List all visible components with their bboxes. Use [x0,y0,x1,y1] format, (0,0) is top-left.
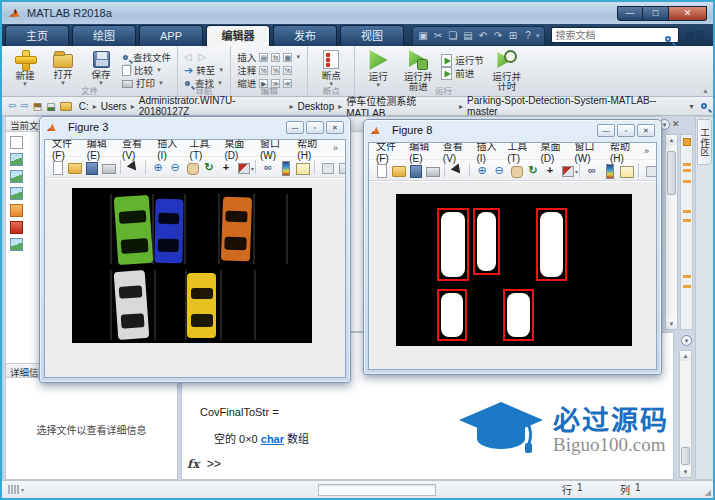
cursor-icon[interactable] [126,160,140,175]
back-forward-buttons[interactable]: ◁ ▷ [184,51,224,63]
new-button[interactable]: 新建▼ [8,48,42,87]
breadcrumb-item[interactable]: C: [77,101,91,112]
save-icon[interactable] [408,163,422,178]
figure-restore-button[interactable]: ▫ [617,124,635,137]
up-folder-icon[interactable]: ⬒ [33,101,42,112]
pdf-file-icon[interactable] [10,221,23,234]
menu-item[interactable]: 工具(T) [190,139,215,161]
figure-3-titlebar[interactable]: Figure 3 — ▫ ✕ [40,117,350,137]
hide-tools-icon[interactable] [320,160,334,175]
run-section-button[interactable]: 运行节 [441,54,484,66]
brush-icon[interactable] [236,160,250,175]
find-files-button[interactable]: 查找文件 [122,51,171,63]
hide-tools-icon[interactable] [644,163,657,178]
cmd-scroll-thumb[interactable] [681,447,690,465]
menu-item[interactable]: 查看(V) [443,142,467,164]
wrap-comment-icon[interactable]: % [283,66,292,75]
resize-grip-icon[interactable]: ◢ [705,488,711,497]
advance-button[interactable]: 前进 [441,67,484,79]
figure-restore-button[interactable]: ▫ [306,121,324,134]
address-search-icon[interactable] [701,103,707,109]
menu-item[interactable]: 帮助(H) [610,142,634,164]
statusbar-grip-icon[interactable] [8,485,19,494]
analyzer-marker-icon[interactable] [683,219,691,222]
menu-item[interactable]: 桌面(D) [224,139,250,161]
tab-view[interactable]: 视图 [340,25,404,46]
menu-overflow-icon[interactable]: » [333,143,338,153]
menu-item[interactable]: 工具(T) [507,142,530,164]
figure-8-titlebar[interactable]: Figure 8 — ▫ ✕ [364,120,661,140]
analyzer-marker-icon[interactable] [683,180,691,183]
figure-close-button[interactable]: ✕ [326,121,344,134]
new-icon[interactable] [50,160,64,175]
img-file-icon[interactable] [10,187,23,200]
copy-icon[interactable]: ❏ [447,29,459,43]
menu-item[interactable]: 查看(V) [122,139,147,161]
redo-icon[interactable]: ↷ [492,29,504,43]
comment-icon[interactable]: % [259,66,268,75]
img-file-icon[interactable] [10,238,23,251]
command-window-menu-icon[interactable]: ▼ [681,335,692,346]
breadcrumb-item[interactable]: Parking-Spot-Detection-System-MATLAB--ma… [465,95,688,117]
breadcrumb-item[interactable]: Administrator.WIN7U-20180127Z [137,95,288,117]
menu-item[interactable]: 插入(I) [476,142,497,164]
menu-item[interactable]: 编辑(E) [409,142,433,164]
tab-apps[interactable]: APP [139,25,203,46]
menu-item[interactable]: 编辑(E) [87,139,112,161]
cut-icon[interactable]: ✂ [432,29,444,43]
close-button[interactable]: ✕ [669,6,707,21]
figure-minimize-button[interactable]: — [286,121,304,134]
statusbar-grip-caret-icon[interactable]: ▾ [21,486,24,493]
editor-close-icon[interactable]: ✕ [672,119,680,129]
insert-button[interactable]: 插入 ▤ fx ▦ ▼ [237,51,301,63]
colorbar-icon[interactable] [602,163,616,178]
rotate-icon[interactable] [526,163,540,178]
menu-item[interactable]: 帮助(H) [297,139,323,161]
html-file-icon[interactable] [10,204,23,217]
breadcrumb-item[interactable]: Desktop [296,101,337,112]
print-icon[interactable] [425,163,439,178]
menu-item[interactable]: 文件(F) [52,139,77,161]
analyzer-marker-icon[interactable] [683,285,691,288]
scroll-down-icon[interactable]: ▼ [666,319,677,329]
forward-arrow-icon[interactable]: ⇨ [20,100,28,112]
legend-icon[interactable] [295,160,309,175]
insert-section-icon[interactable]: ▤ [259,53,268,62]
img-file-icon[interactable] [10,153,23,166]
analyzer-marker-icon[interactable] [683,169,691,172]
undo-icon[interactable]: ↶ [477,29,489,43]
analyzer-marker-icon[interactable] [683,163,691,166]
help-icon[interactable]: ? [522,29,534,43]
breakpoints-button[interactable]: 断点▼ [314,48,348,87]
workspace-tab[interactable]: 工作区 [697,119,712,165]
pan-icon[interactable] [185,160,199,175]
link-icon[interactable] [585,163,599,178]
dock-icon[interactable] [337,160,346,175]
menu-item[interactable]: 窗口(W) [574,142,600,164]
analyzer-status-icon[interactable] [683,138,691,146]
editor-scroll-thumb[interactable] [667,151,676,195]
breadcrumb-item[interactable]: Users [99,101,129,112]
command-scrollbar[interactable]: ▲ ▼ [679,350,692,478]
menu-item[interactable]: 桌面(D) [540,142,564,164]
menu-item[interactable]: 文件(F) [376,142,399,164]
paste-icon[interactable]: ▤ [462,29,474,43]
open-icon[interactable] [67,160,81,175]
save-icon[interactable] [84,160,98,175]
uncomment-icon[interactable]: % [271,66,280,75]
back-arrow-icon[interactable]: ⇦ [8,100,16,112]
zoom-in-icon[interactable] [475,163,489,178]
open-icon[interactable] [391,163,405,178]
sign-in-link[interactable]: 登录 [685,28,705,43]
datatip-icon[interactable] [219,160,233,175]
insert-fx-icon[interactable]: fx [271,53,280,62]
code-analyzer-bar[interactable] [680,134,693,330]
zoom-in-icon[interactable] [151,160,165,175]
collapse-ribbon-icon[interactable]: ▲ [702,87,709,94]
tab-plots[interactable]: 绘图 [72,25,136,46]
run-button[interactable]: 运行▼ [361,48,395,88]
brush-icon[interactable] [560,163,574,178]
comment-button[interactable]: 注释 % % % [237,64,301,76]
open-button[interactable]: 打开▼ [46,48,80,86]
link-icon[interactable] [261,160,275,175]
